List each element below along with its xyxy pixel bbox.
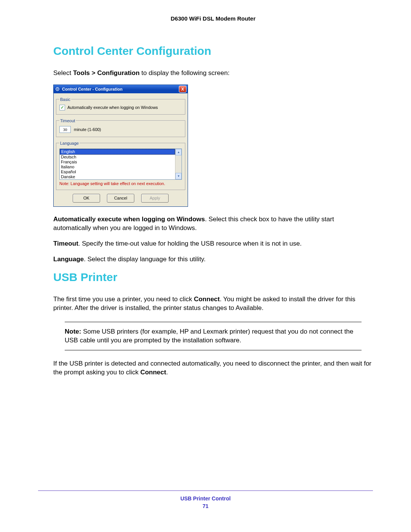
group-timeout-legend: Timeout (59, 118, 76, 123)
timeout-input[interactable]: 30 (59, 126, 71, 133)
desc-language-rest: . Select the display language for this u… (84, 256, 206, 263)
auto-execute-checkbox[interactable]: ✓ (59, 105, 65, 110)
usb-para-1: The first time you use a printer, you ne… (53, 295, 373, 313)
note-block: Note: Some USB printers (for example, HP… (65, 322, 362, 351)
desc-auto-bold: Automatically execute when logging on Wi… (53, 216, 205, 223)
desc-timeout-rest: . Specify the time-out value for holding… (78, 240, 302, 247)
intro-bold: Tools > Configuration (73, 69, 140, 77)
usb-p1-a: The first time you use a printer, you ne… (53, 296, 194, 303)
desc-timeout-bold: Timeout (53, 240, 78, 247)
doc-header: D6300 WiFi DSL Modem Router (53, 15, 373, 22)
language-option-espanol[interactable]: Español (60, 169, 175, 174)
cancel-button[interactable]: Cancel (107, 194, 134, 203)
chevron-down-icon: ▾ (178, 174, 180, 178)
language-listbox[interactable]: English Deutsch Français Italiano Españo… (59, 149, 182, 180)
group-language: Language English Deutsch Français Italia… (56, 141, 185, 190)
close-icon: X (181, 87, 184, 91)
intro-line: Select Tools > Configuration to display … (53, 69, 373, 78)
timeout-hint: minute (1-600) (74, 127, 101, 132)
language-option-francais[interactable]: Français (60, 160, 175, 165)
desc-timeout: Timeout. Specify the time-out value for … (53, 240, 373, 248)
auto-execute-label: Automatically execute when logging on Wi… (67, 105, 158, 110)
usb-p2-b: . (166, 369, 168, 376)
page-footer: USB Printer Control 71 (38, 490, 373, 509)
chevron-up-icon: ▴ (178, 150, 180, 154)
intro-suffix: to display the following screen: (140, 69, 229, 77)
footer-chapter: USB Printer Control (38, 495, 373, 502)
group-basic: Basic ✓ Automatically execute when loggi… (56, 97, 185, 115)
language-option-english[interactable]: English (60, 149, 175, 155)
footer-page-number: 71 (38, 503, 373, 509)
language-scrollbar[interactable]: ▴ ▾ (175, 149, 182, 179)
group-language-legend: Language (59, 141, 80, 145)
scroll-up-button[interactable]: ▴ (175, 149, 182, 155)
section-title-2: USB Printer (53, 271, 373, 284)
group-timeout: Timeout 30 minute (1-600) (56, 118, 185, 137)
dialog-titlebar: Control Center - Configuration X (54, 85, 188, 93)
language-option-italiano[interactable]: Italiano (60, 165, 175, 169)
dialog-title: Control Center - Configuration (62, 87, 179, 91)
desc-language: Language. Select the display language fo… (53, 255, 373, 264)
gear-icon (55, 86, 60, 92)
usb-p1-bold: Connect (194, 296, 220, 303)
note-label: Note: (65, 328, 83, 335)
language-option-deutsch[interactable]: Deutsch (60, 155, 175, 160)
svg-point-1 (57, 89, 58, 90)
scroll-down-button[interactable]: ▾ (175, 173, 182, 179)
apply-button[interactable]: Apply (141, 194, 169, 203)
note-text: Some USB printers (for example, HP and L… (65, 328, 353, 344)
usb-p2-bold: Connect (140, 369, 166, 376)
language-option-danske[interactable]: Danske (60, 174, 175, 179)
group-basic-legend: Basic (59, 97, 71, 102)
usb-para-2: If the USB printer is detected and conne… (53, 359, 373, 377)
desc-auto-execute: Automatically execute when logging on Wi… (53, 215, 373, 233)
ok-button[interactable]: OK (73, 194, 100, 203)
config-dialog: Control Center - Configuration X Basic ✓… (53, 85, 188, 207)
language-note: Note: Language setting will take effect … (59, 181, 182, 186)
close-button[interactable]: X (179, 86, 186, 93)
usb-p2-a: If the USB printer is detected and conne… (53, 360, 371, 376)
intro-prefix: Select (53, 69, 73, 77)
desc-language-bold: Language (53, 256, 84, 263)
section-title-1: Control Center Configuration (53, 45, 373, 58)
check-icon: ✓ (61, 105, 64, 110)
